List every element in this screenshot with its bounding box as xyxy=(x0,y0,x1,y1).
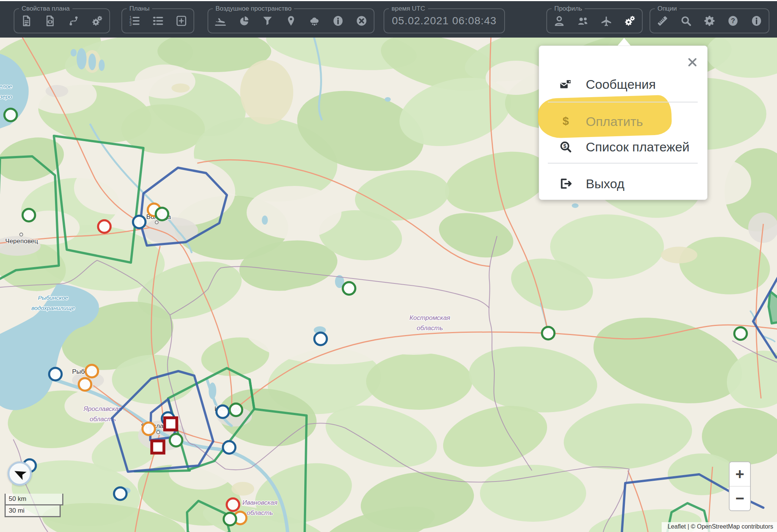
map-marker-green[interactable] xyxy=(5,109,17,121)
filter-icon[interactable] xyxy=(261,15,274,27)
group-plan-properties-icons xyxy=(20,15,103,27)
group-options-icons: ? xyxy=(656,15,763,27)
users-icon[interactable] xyxy=(577,15,589,27)
route-icon[interactable] xyxy=(68,15,80,27)
map-marker-green[interactable] xyxy=(156,208,168,220)
menu-item-payment-list-label: Список платежей xyxy=(586,140,689,154)
dollar-icon: $ xyxy=(559,115,573,128)
menu-item-messages[interactable]: Сообщения xyxy=(539,72,707,97)
gears-icon[interactable] xyxy=(91,15,103,27)
map-marker-blue[interactable] xyxy=(49,368,62,381)
menu-item-payment-list[interactable]: $ Список платежей xyxy=(539,134,707,159)
ruler-icon[interactable] xyxy=(656,15,668,27)
gear-icon[interactable] xyxy=(703,15,716,27)
airspace-zone-green[interactable] xyxy=(769,291,777,323)
scale-km: 50 km xyxy=(5,494,63,505)
map-marker-blue[interactable] xyxy=(315,333,327,345)
group-plans-icons: 123 xyxy=(128,15,187,27)
navigation-arrow-icon xyxy=(10,464,30,483)
menu-item-messages-label: Сообщения xyxy=(586,77,656,92)
toolbar: Свойства плана Планы 123 Воздушное прост… xyxy=(0,1,777,38)
group-plan-properties-label: Свойства плана xyxy=(19,4,72,13)
circle-xmark-icon[interactable] xyxy=(355,15,368,27)
menu-item-logout[interactable]: Выход xyxy=(539,171,707,196)
magnifier-icon[interactable] xyxy=(680,15,692,27)
group-plan-properties: Свойства плана xyxy=(14,8,110,33)
location-pin-icon[interactable] xyxy=(285,15,297,27)
group-plans-label: Планы xyxy=(127,4,152,13)
group-options-label: Опции xyxy=(655,4,679,13)
map-marker-blue[interactable] xyxy=(133,216,146,228)
utc-time-label: время UTC xyxy=(389,4,428,13)
circle-info-icon[interactable] xyxy=(332,15,344,27)
map-marker-square-red[interactable] xyxy=(152,441,164,453)
messages-icon xyxy=(559,77,573,91)
map-marker-green[interactable] xyxy=(343,282,355,295)
list-ol-icon[interactable]: 123 xyxy=(128,15,140,27)
group-airspace-icons xyxy=(214,15,368,27)
map-marker-blue[interactable] xyxy=(114,488,127,500)
profile-menu-caret xyxy=(618,38,631,46)
map-marker-red[interactable] xyxy=(98,220,111,233)
group-plans: Планы 123 xyxy=(121,8,194,33)
map-marker-orange[interactable] xyxy=(79,378,91,391)
menu-divider xyxy=(548,163,698,164)
scale-mi: 30 mi xyxy=(5,505,61,517)
file-lines-icon[interactable] xyxy=(20,15,33,27)
menu-divider xyxy=(548,102,698,102)
user-icon[interactable] xyxy=(553,15,565,27)
close-icon[interactable] xyxy=(687,57,698,68)
svg-text:$: $ xyxy=(563,115,569,127)
svg-text:3: 3 xyxy=(129,22,132,27)
map-marker-red[interactable] xyxy=(227,499,239,511)
map-marker-green[interactable] xyxy=(735,327,747,340)
group-airspace: Воздушное пространство xyxy=(208,8,374,33)
zoom-out-button[interactable]: − xyxy=(730,486,750,510)
zoom-in-button[interactable]: + xyxy=(730,462,750,486)
svg-text:$: $ xyxy=(563,143,566,149)
group-utc-time: время UTC 05.02.2021 06:08:43 xyxy=(384,8,505,33)
map-marker-square-red[interactable] xyxy=(165,418,177,430)
sign-out-icon xyxy=(559,177,573,190)
map-marker-orange[interactable] xyxy=(86,365,98,378)
group-airspace-label: Воздушное пространство xyxy=(213,4,294,13)
cloud-icon[interactable] xyxy=(308,15,321,27)
map-marker-blue[interactable] xyxy=(223,441,236,454)
scale-control: 50 km 30 mi xyxy=(5,494,63,517)
map-marker-green[interactable] xyxy=(230,404,242,416)
map-label: Череповец xyxy=(5,238,38,245)
circle-info-icon[interactable] xyxy=(750,15,763,27)
app-window: БелоеозероРыбинскоеводохранилищеЯрославс… xyxy=(0,0,777,532)
square-plus-icon[interactable] xyxy=(175,15,187,27)
map-attribution[interactable]: Leaflet | © OpenStreetMap contributors xyxy=(662,522,777,532)
locate-button[interactable] xyxy=(8,461,32,486)
map-marker-green[interactable] xyxy=(224,513,236,526)
zoom-control: + − xyxy=(729,461,751,511)
plane-departure-icon[interactable] xyxy=(214,15,226,27)
utc-time-value: 05.02.2021 06:08:43 xyxy=(390,15,498,27)
map-marker-green[interactable] xyxy=(170,434,182,447)
menu-item-pay-label: Оплатить xyxy=(586,114,643,129)
file-code-icon[interactable] xyxy=(44,15,56,27)
map-marker-orange[interactable] xyxy=(143,423,155,435)
chart-pie-icon[interactable] xyxy=(238,15,250,27)
menu-item-pay[interactable]: $ Оплатить xyxy=(539,109,707,134)
group-profile-icons xyxy=(553,15,636,27)
search-dollar-icon: $ xyxy=(559,140,573,154)
map-marker-green[interactable] xyxy=(542,327,555,340)
menu-item-logout-label: Выход xyxy=(586,176,624,191)
group-profile: Профиль xyxy=(546,8,643,33)
profile-dropdown-menu: Сообщения $ Оплатить $ Список платежей В… xyxy=(539,46,708,200)
map-marker-blue[interactable] xyxy=(217,406,229,418)
map-marker-green[interactable] xyxy=(23,209,35,222)
gears-icon[interactable] xyxy=(624,15,636,27)
group-options: Опции ? xyxy=(650,8,769,33)
list-ul-icon[interactable] xyxy=(152,15,164,27)
svg-text:?: ? xyxy=(731,17,735,25)
circle-question-icon[interactable]: ? xyxy=(727,15,739,27)
plane-icon[interactable] xyxy=(600,15,612,27)
group-profile-label: Профиль xyxy=(552,4,585,13)
